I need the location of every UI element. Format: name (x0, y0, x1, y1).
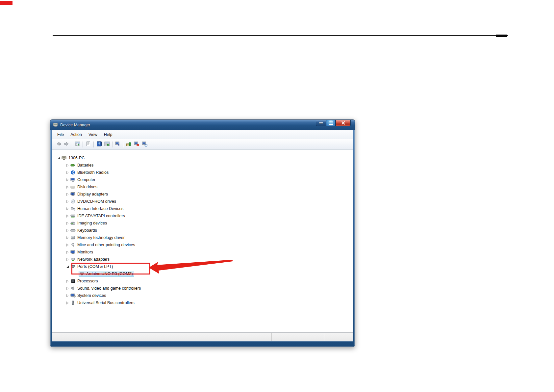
tree-item-label: Computer (77, 177, 95, 182)
tree-item-human-interface-devices[interactable]: Human Interface Devices (52, 205, 353, 212)
memory-card-icon (70, 235, 76, 240)
tree-item-batteries[interactable]: Batteries (52, 162, 353, 169)
menu-bar: FileActionViewHelp (52, 130, 353, 139)
tree-toggle-collapsed-icon[interactable] (65, 192, 70, 196)
tree-item-imaging-devices[interactable]: Imaging devices (52, 220, 353, 227)
battery-icon (70, 163, 76, 168)
console-tree-button[interactable] (73, 141, 81, 148)
back-button[interactable] (55, 141, 63, 148)
tree-item-ide-ata-atapi-controllers[interactable]: IDE ATA/ATAPI controllers (52, 212, 353, 220)
row-content[interactable]: Human Interface Devices (70, 206, 125, 212)
tree-toggle-collapsed-icon[interactable] (65, 286, 70, 291)
uninstall-button[interactable] (133, 141, 140, 148)
menu-action[interactable]: Action (67, 131, 85, 138)
scan-hardware-button[interactable] (140, 141, 148, 148)
tree-toggle-collapsed-icon[interactable] (65, 206, 70, 211)
window-body: FileActionViewHelp ? 1306-PCBatteriesBlu… (52, 130, 353, 342)
row-content[interactable]: Processors (70, 278, 99, 284)
tree-toggle-collapsed-icon[interactable] (65, 221, 70, 225)
tree-toggle-expanded-icon[interactable] (65, 264, 70, 269)
tree-toggle-collapsed-icon[interactable] (65, 163, 70, 168)
back-icon (56, 141, 62, 148)
tree-item-network-adapters[interactable]: Network adapters (52, 256, 353, 263)
console-tree-icon (75, 141, 80, 148)
tree-item-processors[interactable]: Processors (52, 277, 353, 285)
tree-toggle-collapsed-icon[interactable] (65, 228, 70, 233)
maximize-button[interactable] (326, 120, 336, 126)
row-content[interactable]: Monitors (70, 249, 94, 255)
tree-item-bluetooth-radios[interactable]: Bluetooth Radios (52, 169, 353, 176)
menu-help[interactable]: Help (101, 131, 116, 138)
toolbar-separator (123, 142, 123, 147)
menu-view[interactable]: View (85, 131, 101, 138)
tree-toggle-collapsed-icon[interactable] (65, 185, 70, 189)
tree-toggle-collapsed-icon[interactable] (65, 279, 70, 283)
help-icon: ? (96, 141, 102, 148)
tree-item-keyboards[interactable]: Keyboards (52, 227, 353, 234)
row-content[interactable]: Imaging devices (70, 220, 108, 226)
row-content[interactable]: Bluetooth Radios (70, 170, 110, 175)
tree-toggle-collapsed-icon[interactable] (65, 257, 70, 262)
tree-item-monitors[interactable]: Monitors (52, 248, 353, 256)
help-button[interactable]: ? (95, 141, 103, 148)
row-content[interactable]: System devices (70, 293, 108, 299)
tree-item-label: Memory technology driver (77, 235, 125, 240)
tree-item-1306-pc[interactable]: 1306-PC (52, 154, 353, 162)
status-bar-panel (324, 333, 353, 341)
update-driver-button[interactable] (125, 141, 133, 148)
tree-toggle-expanded-icon[interactable] (56, 156, 61, 160)
tree-toggle-collapsed-icon[interactable] (65, 199, 70, 204)
tree-item-memory-technology-driver[interactable]: Memory technology driver (52, 234, 353, 241)
computer-pc-icon (62, 156, 67, 160)
row-content[interactable]: Network adapters (70, 256, 111, 262)
update-driver-icon (126, 141, 132, 148)
titlebar[interactable]: Device Manager (50, 120, 355, 130)
row-content[interactable]: Mice and other pointing devices (70, 242, 137, 248)
device-manager-icon (53, 122, 58, 127)
tree-toggle-collapsed-icon[interactable] (65, 214, 70, 218)
tree-item-computer[interactable]: Computer (52, 176, 353, 183)
row-content[interactable]: Keyboards (70, 227, 98, 233)
row-content[interactable]: Computer (70, 177, 97, 183)
tree-item-dvd-cd-rom-drives[interactable]: DVD/CD-ROM drives (52, 198, 353, 205)
minimize-icon (319, 122, 323, 123)
tree-toggle-collapsed-icon[interactable] (65, 243, 70, 247)
toolbar-separator (112, 142, 113, 147)
tree-item-label: DVD/CD-ROM drives (77, 199, 116, 204)
tree-item-label: 1306-PC (68, 156, 85, 160)
tree-item-display-adapters[interactable]: Display adapters (52, 191, 353, 198)
tree-toggle-collapsed-icon[interactable] (65, 293, 70, 298)
toolbar: ? (52, 139, 353, 150)
remote-computer-button[interactable] (114, 141, 122, 148)
tree-item-universal-serial-bus-controllers[interactable]: Universal Serial Bus controllers (52, 299, 353, 306)
menu-file[interactable]: File (54, 131, 67, 138)
toolbar-separator (83, 142, 83, 147)
row-content[interactable]: DVD/CD-ROM drives (70, 198, 117, 204)
tree-item-label: System devices (77, 293, 106, 298)
tree-toggle-collapsed-icon[interactable] (65, 235, 70, 240)
row-content[interactable]: 1306-PC (61, 155, 86, 161)
tree-item-sound-video-and-game-controllers[interactable]: Sound, video and game controllers (52, 285, 353, 292)
row-content[interactable]: Universal Serial Bus controllers (70, 300, 136, 306)
ide-controller-icon (70, 214, 76, 218)
tree-item-mice-and-other-pointing-devices[interactable]: Mice and other pointing devices (52, 241, 353, 248)
row-content[interactable]: Display adapters (70, 191, 109, 197)
tree-item-system-devices[interactable]: System devices (52, 292, 353, 299)
display-adapter-icon (70, 192, 76, 196)
tree-toggle-collapsed-icon[interactable] (65, 250, 70, 254)
row-content[interactable]: Batteries (70, 162, 95, 168)
tree-toggle-collapsed-icon[interactable] (65, 301, 70, 305)
properties-button[interactable] (103, 141, 111, 148)
tree-toggle-collapsed-icon[interactable] (65, 177, 70, 182)
row-content[interactable]: Sound, video and game controllers (70, 285, 142, 291)
close-button[interactable] (336, 120, 351, 126)
row-content[interactable]: Disk drives (70, 184, 99, 190)
forward-button[interactable] (63, 141, 70, 148)
row-content[interactable]: IDE ATA/ATAPI controllers (70, 213, 126, 219)
dvd-drive-icon (70, 199, 76, 204)
minimize-button[interactable] (316, 120, 326, 126)
tree-toggle-collapsed-icon[interactable] (65, 170, 70, 175)
row-content[interactable]: Memory technology driver (70, 235, 126, 241)
export-list-button[interactable] (84, 141, 92, 148)
tree-item-disk-drives[interactable]: Disk drives (52, 183, 353, 191)
